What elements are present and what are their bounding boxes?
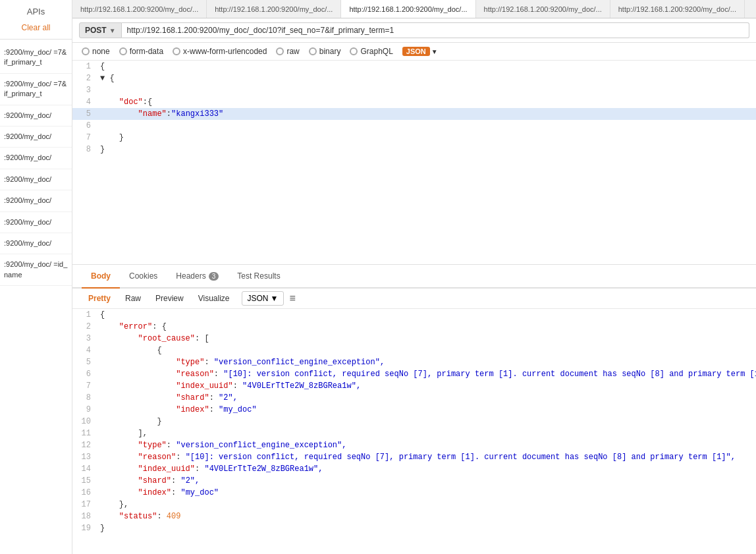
body-type-graphql[interactable]: GraphQL	[350, 47, 392, 56]
response-line-2: 2 "error": {	[72, 321, 756, 333]
main-content: http://192.168.1.200:9200/my_doc/... htt…	[72, 0, 756, 554]
editor-line-1: 1{	[72, 61, 756, 72]
response-line-15: 15 "shard": "2",	[72, 475, 756, 487]
resp-tab-cookies[interactable]: Cookies	[120, 265, 167, 289]
response-body: 1{2 "error": {3 "root_cause": [4 {5 "typ…	[72, 309, 756, 554]
response-line-14: 14 "index_uuid": "4V0LErTtTe2W_8zBGRea1w…	[72, 463, 756, 475]
sidebar-divider	[0, 39, 72, 40]
response-line-13: 13 "reason": "[10]: version conflict, re…	[72, 451, 756, 463]
request-bar: POST ▼	[72, 18, 756, 43]
body-type-form-data[interactable]: form-data	[119, 47, 163, 56]
body-type-none[interactable]: none	[82, 47, 110, 56]
request-editor[interactable]: 1{2▼ {34 "doc":{5 "name":"kangxi333"67 }…	[72, 61, 756, 265]
response-line-10: 10 }	[72, 416, 756, 428]
body-type-raw[interactable]: raw	[276, 47, 299, 56]
response-line-5: 5 "type": "version_conflict_engine_excep…	[72, 356, 756, 368]
response-line-4: 4 {	[72, 345, 756, 356]
method-chevron-icon: ▼	[109, 27, 116, 34]
editor-line-5: 5 "name":"kangxi333"	[72, 108, 756, 120]
fmt-preview[interactable]: Preview	[149, 292, 190, 305]
response-line-7: 7 "index_uuid": "4V0LErTtTe2W_8zBGRea1w"…	[72, 380, 756, 392]
response-line-17: 17 },	[72, 499, 756, 511]
response-line-8: 8 "shard": "2",	[72, 392, 756, 404]
body-type-binary[interactable]: binary	[309, 47, 341, 56]
response-line-9: 9 "index": "my_doc"	[72, 404, 756, 416]
radio-raw	[276, 47, 284, 55]
tab-5[interactable]: http://192.168.1.200:9200/my_doc/...	[610, 0, 745, 18]
response-line-1: 1{	[72, 309, 756, 321]
response-line-12: 12 "type": "version_conflict_engine_exce…	[72, 439, 756, 451]
response-line-18: 18 "status": 409	[72, 511, 756, 522]
radio-form-data	[119, 47, 127, 55]
fmt-json-arrow-icon: ▼	[271, 294, 279, 303]
sidebar-item-9[interactable]: :9200/my_doc/ =id_name	[0, 254, 72, 286]
sidebar-item-3[interactable]: :9200/my_doc/	[0, 126, 72, 148]
editor-line-3: 3	[72, 84, 756, 96]
resp-tab-body[interactable]: Body	[82, 265, 120, 289]
resp-tab-headers[interactable]: Headers 3	[167, 265, 228, 289]
fmt-raw[interactable]: Raw	[119, 292, 148, 305]
sidebar-item-0[interactable]: :9200/my_doc/ =7&if_primary_t	[0, 42, 72, 74]
sidebar-item-5[interactable]: :9200/my_doc/	[0, 169, 72, 190]
fmt-pretty[interactable]: Pretty	[82, 292, 117, 305]
method-label: POST	[85, 26, 107, 35]
url-input[interactable]	[122, 22, 749, 38]
radio-binary	[309, 47, 317, 55]
fmt-visualize[interactable]: Visualize	[192, 292, 236, 305]
sidebar-item-7[interactable]: :9200/my_doc/	[0, 212, 72, 233]
sidebar: APIs Clear all :9200/my_doc/ =7&if_prima…	[0, 0, 72, 554]
radio-none	[82, 47, 90, 55]
response-line-6: 6 "reason": "[10]: version conflict, req…	[72, 368, 756, 380]
editor-line-7: 7 }	[72, 132, 756, 144]
json-badge: JSON	[402, 47, 430, 56]
wrap-text-icon[interactable]: ≡	[289, 292, 295, 304]
clear-all-button[interactable]: Clear all	[0, 20, 72, 39]
tab-2[interactable]: http://192.168.1.200:9200/my_doc/...	[207, 0, 341, 18]
response-line-19: 19}	[72, 522, 756, 534]
radio-graphql	[350, 47, 358, 55]
editor-line-2: 2▼ {	[72, 72, 756, 84]
response-line-16: 16 "index": "my_doc"	[72, 487, 756, 499]
tab-1[interactable]: http://192.168.1.200:9200/my_doc/...	[72, 0, 207, 18]
response-line-3: 3 "root_cause": [	[72, 333, 756, 345]
response-tabs: Body Cookies Headers 3 Test Results	[72, 265, 756, 289]
body-type-bar: none form-data x-www-form-urlencoded raw…	[72, 43, 756, 61]
editor-line-4: 4 "doc":{	[72, 96, 756, 108]
sidebar-item-4[interactable]: :9200/my_doc/	[0, 148, 72, 169]
tabs-bar: http://192.168.1.200:9200/my_doc/... htt…	[72, 0, 756, 18]
sidebar-item-1[interactable]: :9200/my_doc/ =7&if_primary_t	[0, 74, 72, 105]
sidebar-item-8[interactable]: :9200/my_doc/	[0, 233, 72, 254]
response-line-11: 11 ],	[72, 428, 756, 439]
body-type-urlencoded[interactable]: x-www-form-urlencoded	[173, 47, 267, 56]
tab-4[interactable]: http://192.168.1.200:9200/my_doc/...	[476, 0, 610, 18]
response-format-bar: Pretty Raw Preview Visualize JSON ▼ ≡	[72, 289, 756, 309]
fmt-json-select[interactable]: JSON ▼	[242, 291, 284, 306]
radio-urlencoded	[173, 47, 180, 55]
sidebar-apis-label: APIs	[0, 0, 72, 20]
tab-3-active[interactable]: http://192.168.1.200:9200/my_doc/...	[341, 0, 475, 18]
editor-line-6: 6	[72, 120, 756, 132]
sidebar-item-2[interactable]: :9200/my_doc/	[0, 105, 72, 126]
json-arrow-icon: ▼	[431, 48, 438, 55]
json-format-selector[interactable]: JSON ▼	[402, 47, 438, 56]
resp-tab-test-results[interactable]: Test Results	[228, 265, 289, 289]
sidebar-item-6[interactable]: :9200/my_doc/	[0, 190, 72, 211]
method-select[interactable]: POST ▼	[79, 22, 122, 38]
editor-line-8: 8}	[72, 144, 756, 155]
sidebar-items-list: :9200/my_doc/ =7&if_primary_t:9200/my_do…	[0, 42, 72, 286]
